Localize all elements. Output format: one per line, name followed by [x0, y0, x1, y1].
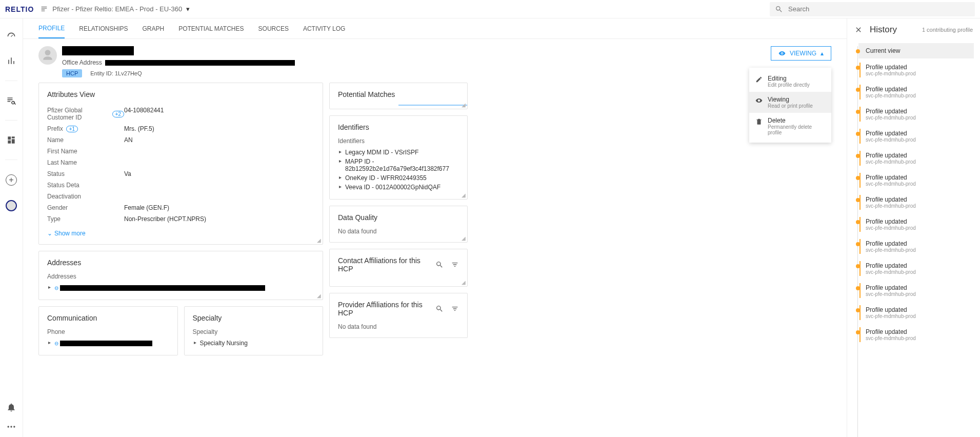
search-list-icon[interactable]: [6, 95, 16, 106]
specialty-card: Specialty Specialty Specialty Nursing: [184, 306, 324, 355]
resize-handle-icon: ◢: [462, 235, 466, 241]
resize-handle-icon: ◢: [317, 237, 321, 243]
contact-affiliations-card: Contact Affiliations for this HCP ◢: [329, 249, 468, 287]
communication-card: Communication Phone ⊖: [38, 306, 178, 355]
entity-id: Entity ID: 1Lv27HeQ: [90, 70, 142, 76]
profile-name: [62, 46, 134, 55]
logo: RELTIO: [5, 5, 34, 13]
history-panel: History 1 contributing profile Current v…: [847, 18, 980, 437]
trash-icon: [755, 118, 763, 125]
resize-handle-icon: ◢: [462, 280, 466, 285]
timeline-item[interactable]: Profile updatedsvc-pfe-mdmhub-prod: [858, 192, 974, 213]
attribute-row: Last Name: [47, 157, 314, 168]
identifier-item[interactable]: Legacy MDM ID - VSrISPF: [338, 148, 459, 157]
card-title: Attributes View: [47, 90, 314, 98]
data-quality-card: Data Quality No data found ◢: [329, 206, 468, 243]
resize-handle-icon: ◢: [317, 293, 321, 299]
timeline-item[interactable]: Profile updatedsvc-pfe-mdmhub-prod: [858, 104, 974, 125]
filter-icon[interactable]: [451, 305, 459, 313]
topbar: RELTIO Pfizer - Pfizer Reltio: EMEA - Pr…: [0, 0, 980, 18]
current-user-avatar[interactable]: [6, 200, 17, 211]
attribute-row: Deactivation: [47, 191, 314, 202]
timeline-item[interactable]: Profile updatedsvc-pfe-mdmhub-prod: [858, 148, 974, 169]
timeline-item[interactable]: Profile updatedsvc-pfe-mdmhub-prod: [858, 302, 974, 323]
tab-graph[interactable]: GRAPH: [143, 18, 165, 38]
attribute-row: Prefix+1Mrs. (PF.5): [47, 123, 314, 134]
specialty-item: Specialty Nursing: [193, 339, 315, 348]
attribute-row: TypeNon-Prescriber (HCPT.NPRS): [47, 213, 314, 225]
timeline-item[interactable]: Profile updatedsvc-pfe-mdmhub-prod: [858, 82, 974, 103]
search-bar[interactable]: [770, 2, 975, 16]
identifier-item[interactable]: OneKey ID - WFRR02449355: [338, 173, 459, 183]
search-input[interactable]: [788, 5, 970, 13]
resize-handle-icon: ◢: [462, 192, 466, 198]
provider-affiliations-card: Provider Affiliations for this HCP No da…: [329, 293, 468, 338]
identifier-item[interactable]: Veeva ID - 0012A00002GpNidQAF: [338, 183, 459, 192]
bell-icon[interactable]: [6, 402, 16, 412]
dropdown-delete[interactable]: DeletePermanently delete profile: [749, 113, 831, 140]
count-badge: +2: [112, 111, 124, 117]
tab-profile[interactable]: PROFILE: [38, 18, 65, 38]
addresses-card: Addresses Addresses ⊖ ◢: [38, 251, 323, 300]
eye-icon: [778, 50, 786, 57]
timeline-item[interactable]: Profile updatedsvc-pfe-mdmhub-prod: [858, 324, 974, 345]
chart-icon[interactable]: [6, 56, 16, 66]
potential-matches-card: Potential Matches ◢: [329, 83, 468, 109]
count-badge: +1: [66, 126, 78, 132]
attributes-view-card: Attributes View Pfizer Global Customer I…: [38, 83, 323, 245]
chevron-down-icon[interactable]: ▾: [186, 5, 190, 13]
address-item[interactable]: ⊖: [47, 283, 314, 292]
identifier-item[interactable]: MAPP ID - 82b12592b2e1d76a79ef3c4f1382f6…: [338, 157, 459, 173]
tabs: PROFILE RELATIONSHIPS GRAPH POTENTIAL MA…: [23, 18, 847, 39]
pencil-icon: [755, 76, 763, 83]
tab-relationships[interactable]: RELATIONSHIPS: [79, 18, 128, 38]
view-mode-dropdown: EditingEdit profile directly ViewingRead…: [749, 68, 831, 143]
identifiers-card: Identifiers Identifiers Legacy MDM ID - …: [329, 115, 468, 200]
eye-icon: [755, 97, 763, 104]
main-content: PROFILE RELATIONSHIPS GRAPH POTENTIAL MA…: [23, 18, 847, 437]
timeline-item[interactable]: Profile updatedsvc-pfe-mdmhub-prod: [858, 170, 974, 191]
chevron-down-icon: ⌄: [47, 230, 52, 237]
phone-item[interactable]: ⊖: [47, 339, 169, 348]
view-mode-button[interactable]: VIEWING ▴: [771, 46, 831, 61]
show-more-link[interactable]: ⌄ Show more: [47, 230, 314, 237]
svg-point-0: [8, 426, 9, 427]
timeline-item[interactable]: Profile updatedsvc-pfe-mdmhub-prod: [858, 59, 974, 81]
hcp-tag: HCP: [62, 69, 82, 77]
timeline-item[interactable]: Profile updatedsvc-pfe-mdmhub-prod: [858, 280, 974, 301]
chevron-up-icon: ▴: [821, 50, 824, 57]
dropdown-viewing[interactable]: ViewingRead or print profile: [749, 92, 831, 113]
timeline-item[interactable]: Profile updatedsvc-pfe-mdmhub-prod: [858, 126, 974, 147]
tenant-name[interactable]: Pfizer - Pfizer Reltio: EMEA - Prod - EU…: [52, 5, 182, 13]
attribute-row: Pfizer Global Customer ID+204-108082441: [47, 105, 314, 123]
search-icon: [775, 5, 783, 13]
history-title: History: [870, 25, 897, 35]
tab-activity-log[interactable]: ACTIVITY LOG: [303, 18, 345, 38]
office-address: Office Address: [62, 59, 295, 66]
dropdown-editing[interactable]: EditingEdit profile directly: [749, 71, 831, 92]
attribute-row: GenderFemale (GEN.F): [47, 202, 314, 213]
tab-sources[interactable]: SOURCES: [258, 18, 289, 38]
search-icon[interactable]: [435, 261, 444, 269]
tab-potential-matches[interactable]: POTENTIAL MATCHES: [178, 18, 244, 38]
timeline[interactable]: Current viewProfile updatedsvc-pfe-mdmhu…: [847, 41, 980, 437]
timeline-item[interactable]: Profile updatedsvc-pfe-mdmhub-prod: [858, 214, 974, 235]
search-icon[interactable]: [435, 305, 444, 313]
grid-icon[interactable]: [6, 135, 16, 145]
close-icon[interactable]: [854, 26, 863, 34]
left-nav: +: [0, 18, 23, 437]
profile-header: Office Address HCP Entity ID: 1Lv27HeQ V…: [23, 39, 847, 83]
timeline-item[interactable]: Profile updatedsvc-pfe-mdmhub-prod: [858, 258, 974, 279]
more-icon[interactable]: [6, 422, 16, 432]
add-button[interactable]: +: [6, 174, 17, 186]
timeline-item[interactable]: Profile updatedsvc-pfe-mdmhub-prod: [858, 236, 974, 257]
attribute-row: First Name: [47, 146, 314, 157]
svg-point-2: [13, 426, 15, 427]
dashboard-icon[interactable]: [6, 31, 16, 42]
svg-point-1: [10, 426, 12, 427]
attribute-row: NameAN: [47, 134, 314, 146]
filter-icon[interactable]: [451, 261, 459, 269]
timeline-current[interactable]: Current view: [858, 43, 974, 58]
profile-avatar: [38, 46, 57, 65]
loading-indicator: [330, 105, 467, 106]
